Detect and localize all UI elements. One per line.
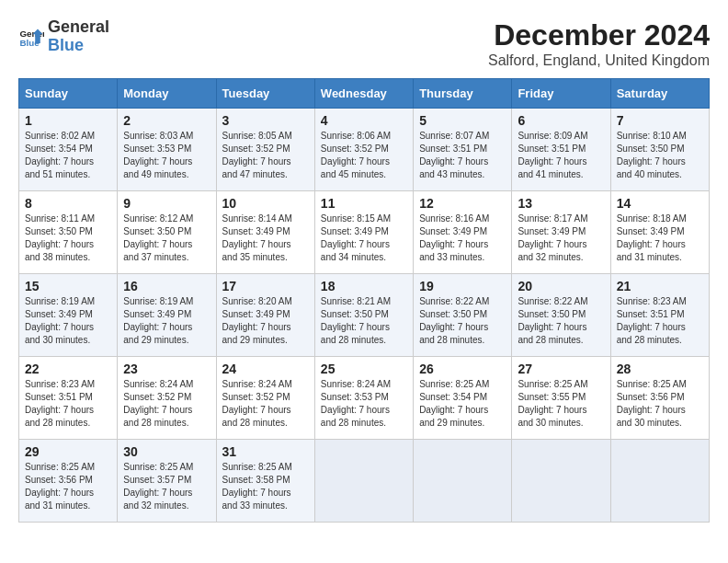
daylight-label: Daylight: 7 hours and 40 minutes.: [617, 156, 686, 179]
daylight-label: Daylight: 7 hours and 28 minutes.: [321, 405, 390, 428]
daylight-label: Daylight: 7 hours and 29 minutes.: [123, 322, 192, 345]
sunset-label: Sunset: 3:53 PM: [123, 144, 191, 154]
sunrise-label: Sunrise: 8:24 AM: [222, 379, 292, 389]
daylight-label: Daylight: 7 hours and 43 minutes.: [419, 156, 488, 179]
sunset-label: Sunset: 3:49 PM: [617, 226, 685, 236]
sunset-label: Sunset: 3:53 PM: [321, 392, 389, 402]
sunrise-label: Sunrise: 8:16 AM: [419, 213, 489, 224]
month-title: December 2024: [488, 18, 710, 52]
day-number: 29: [25, 444, 111, 459]
sunset-label: Sunset: 3:49 PM: [25, 309, 93, 319]
sunset-label: Sunset: 3:56 PM: [617, 392, 685, 402]
sunrise-label: Sunrise: 8:12 AM: [123, 213, 193, 224]
daylight-label: Daylight: 7 hours and 28 minutes.: [222, 405, 291, 428]
sunrise-label: Sunrise: 8:09 AM: [518, 131, 587, 141]
calendar-cell: [610, 440, 709, 523]
day-number: 13: [518, 196, 604, 211]
sunrise-label: Sunrise: 8:25 AM: [518, 379, 587, 389]
day-number: 10: [222, 196, 309, 211]
sunset-label: Sunset: 3:49 PM: [222, 226, 290, 236]
page-header: General Blue General Blue December 2024 …: [18, 18, 710, 69]
sunset-label: Sunset: 3:49 PM: [419, 226, 487, 236]
daylight-label: Daylight: 7 hours and 31 minutes.: [25, 488, 94, 511]
calendar-cell: 24 Sunrise: 8:24 AM Sunset: 3:52 PM Dayl…: [216, 357, 314, 440]
day-number: 26: [419, 362, 506, 376]
daylight-label: Daylight: 7 hours and 28 minutes.: [518, 322, 586, 345]
sunrise-label: Sunrise: 8:10 AM: [617, 131, 687, 141]
calendar-cell: 26 Sunrise: 8:25 AM Sunset: 3:54 PM Dayl…: [414, 357, 512, 440]
day-number: 21: [617, 279, 703, 293]
calendar-cell: 10 Sunrise: 8:14 AM Sunset: 3:49 PM Dayl…: [216, 191, 314, 274]
calendar-cell: 4 Sunrise: 8:06 AM Sunset: 3:52 PM Dayli…: [314, 109, 413, 191]
calendar-table: SundayMondayTuesdayWednesdayThursdayFrid…: [18, 78, 710, 523]
sunrise-label: Sunrise: 8:25 AM: [617, 379, 687, 389]
sunset-label: Sunset: 3:50 PM: [617, 144, 685, 154]
sunset-label: Sunset: 3:52 PM: [222, 392, 290, 402]
sunset-label: Sunset: 3:52 PM: [321, 144, 389, 154]
day-info: Sunrise: 8:09 AM Sunset: 3:51 PM Dayligh…: [518, 130, 604, 181]
sunrise-label: Sunrise: 8:25 AM: [25, 462, 95, 472]
sunset-label: Sunset: 3:51 PM: [419, 144, 487, 154]
daylight-label: Daylight: 7 hours and 28 minutes.: [321, 322, 390, 345]
sunrise-label: Sunrise: 8:14 AM: [222, 213, 292, 224]
day-number: 8: [25, 196, 111, 211]
calendar-cell: 28 Sunrise: 8:25 AM Sunset: 3:56 PM Dayl…: [610, 357, 709, 440]
day-number: 2: [123, 113, 210, 128]
day-info: Sunrise: 8:23 AM Sunset: 3:51 PM Dayligh…: [25, 378, 111, 430]
day-info: Sunrise: 8:24 AM Sunset: 3:52 PM Dayligh…: [222, 378, 309, 430]
daylight-label: Daylight: 7 hours and 28 minutes.: [25, 405, 94, 428]
daylight-label: Daylight: 7 hours and 28 minutes.: [419, 322, 488, 345]
day-number: 23: [123, 362, 210, 376]
sunrise-label: Sunrise: 8:22 AM: [419, 296, 489, 306]
sunset-label: Sunset: 3:55 PM: [518, 392, 586, 402]
sunrise-label: Sunrise: 8:23 AM: [25, 379, 95, 389]
calendar-cell: 6 Sunrise: 8:09 AM Sunset: 3:51 PM Dayli…: [512, 109, 610, 191]
logo-icon: General Blue: [18, 24, 44, 50]
day-number: 6: [518, 113, 604, 128]
sunset-label: Sunset: 3:50 PM: [123, 226, 191, 236]
sunset-label: Sunset: 3:51 PM: [518, 144, 586, 154]
daylight-label: Daylight: 7 hours and 37 minutes.: [123, 239, 192, 262]
sunset-label: Sunset: 3:49 PM: [518, 226, 586, 236]
sunrise-label: Sunrise: 8:24 AM: [123, 379, 193, 389]
sunset-label: Sunset: 3:49 PM: [222, 309, 290, 319]
weekday-header: Saturday: [610, 79, 709, 109]
day-number: 17: [222, 279, 309, 293]
sunrise-label: Sunrise: 8:11 AM: [25, 213, 95, 224]
calendar-cell: 16 Sunrise: 8:19 AM Sunset: 3:49 PM Dayl…: [118, 274, 216, 357]
sunrise-label: Sunrise: 8:24 AM: [321, 379, 391, 389]
day-number: 18: [321, 279, 407, 293]
sunrise-label: Sunrise: 8:19 AM: [25, 296, 95, 306]
sunset-label: Sunset: 3:54 PM: [419, 392, 487, 402]
day-info: Sunrise: 8:18 AM Sunset: 3:49 PM Dayligh…: [617, 213, 703, 264]
daylight-label: Daylight: 7 hours and 51 minutes.: [25, 156, 94, 179]
day-number: 28: [617, 362, 703, 376]
calendar-cell: 31 Sunrise: 8:25 AM Sunset: 3:58 PM Dayl…: [216, 440, 314, 523]
sunrise-label: Sunrise: 8:23 AM: [617, 296, 687, 306]
sunrise-label: Sunrise: 8:17 AM: [518, 213, 587, 224]
day-info: Sunrise: 8:22 AM Sunset: 3:50 PM Dayligh…: [518, 295, 604, 347]
calendar-cell: 8 Sunrise: 8:11 AM Sunset: 3:50 PM Dayli…: [19, 191, 118, 274]
day-number: 12: [419, 196, 506, 211]
daylight-label: Daylight: 7 hours and 30 minutes.: [25, 322, 94, 345]
day-number: 25: [321, 362, 407, 376]
daylight-label: Daylight: 7 hours and 30 minutes.: [518, 405, 586, 428]
calendar-cell: 14 Sunrise: 8:18 AM Sunset: 3:49 PM Dayl…: [610, 191, 709, 274]
calendar-cell: 27 Sunrise: 8:25 AM Sunset: 3:55 PM Dayl…: [512, 357, 610, 440]
daylight-label: Daylight: 7 hours and 33 minutes.: [419, 239, 488, 262]
calendar-cell: 30 Sunrise: 8:25 AM Sunset: 3:57 PM Dayl…: [118, 440, 216, 523]
sunset-label: Sunset: 3:54 PM: [25, 144, 93, 154]
calendar-cell: 3 Sunrise: 8:05 AM Sunset: 3:52 PM Dayli…: [216, 109, 314, 191]
day-info: Sunrise: 8:25 AM Sunset: 3:56 PM Dayligh…: [617, 378, 703, 430]
sunset-label: Sunset: 3:56 PM: [25, 475, 93, 485]
day-info: Sunrise: 8:11 AM Sunset: 3:50 PM Dayligh…: [25, 213, 111, 264]
day-number: 4: [321, 113, 407, 128]
day-info: Sunrise: 8:24 AM Sunset: 3:52 PM Dayligh…: [123, 378, 210, 430]
daylight-label: Daylight: 7 hours and 35 minutes.: [222, 239, 291, 262]
day-number: 14: [617, 196, 703, 211]
day-number: 9: [123, 196, 210, 211]
calendar-cell: 12 Sunrise: 8:16 AM Sunset: 3:49 PM Dayl…: [414, 191, 512, 274]
sunrise-label: Sunrise: 8:21 AM: [321, 296, 391, 306]
day-number: 3: [222, 113, 309, 128]
weekday-header: Friday: [512, 79, 610, 109]
